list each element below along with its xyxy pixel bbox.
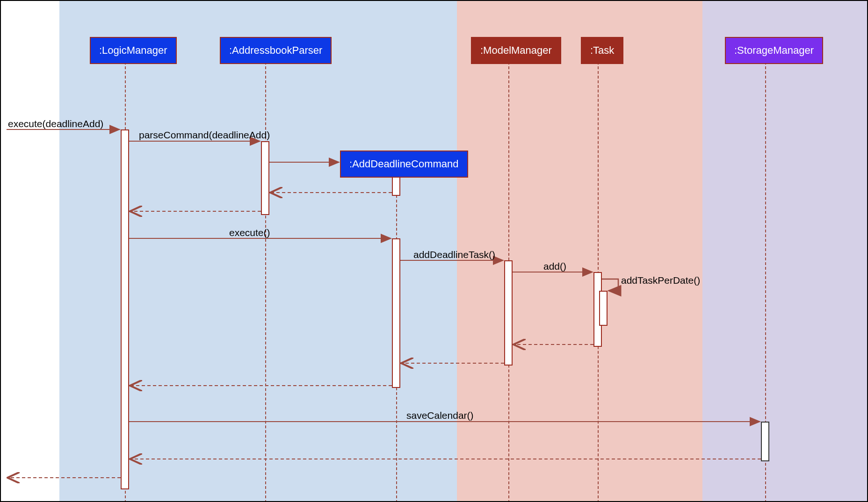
participant-task: :Task xyxy=(581,37,623,64)
participant-label: :AddDeadlineCommand xyxy=(349,158,459,170)
msg-parse-command: parseCommand(deadlineAdd) xyxy=(139,129,270,141)
msg-execute: execute() xyxy=(229,227,270,238)
participant-addressbook-parser: :AddressbookParser xyxy=(220,37,332,64)
participant-storage-manager: :StorageManager xyxy=(725,37,823,64)
activation-model-manager xyxy=(504,260,513,366)
participant-label: :AddressbookParser xyxy=(229,44,322,56)
msg-add: add() xyxy=(543,261,566,272)
storage-region xyxy=(702,1,868,501)
msg-execute-deadline-add: execute(deadlineAdd) xyxy=(8,118,103,129)
participant-label: :LogicManager xyxy=(99,44,167,56)
activation-add-deadline-command-2 xyxy=(392,238,400,388)
activation-add-deadline-command-1 xyxy=(392,176,400,196)
participant-logic-manager: :LogicManager xyxy=(90,37,177,64)
msg-add-deadline-task: addDeadlineTask() xyxy=(413,249,495,260)
msg-add-task-per-date: addTaskPerDate() xyxy=(621,275,700,286)
activation-storage-manager xyxy=(761,422,769,461)
participant-model-manager: :ModelManager xyxy=(471,37,561,64)
lifeline-addressbook-parser xyxy=(265,62,266,502)
participant-label: :ModelManager xyxy=(480,44,552,56)
sequence-diagram: :LogicManager :AddressbookParser :ModelM… xyxy=(0,0,868,502)
activation-task-2 xyxy=(599,291,608,326)
activation-logic-manager xyxy=(121,129,129,489)
msg-save-calendar: saveCalendar() xyxy=(406,410,474,421)
participant-label: :StorageManager xyxy=(734,44,814,56)
activation-addressbook-parser xyxy=(261,141,269,215)
participant-add-deadline-command: :AddDeadlineCommand xyxy=(340,151,468,178)
participant-label: :Task xyxy=(590,44,614,56)
